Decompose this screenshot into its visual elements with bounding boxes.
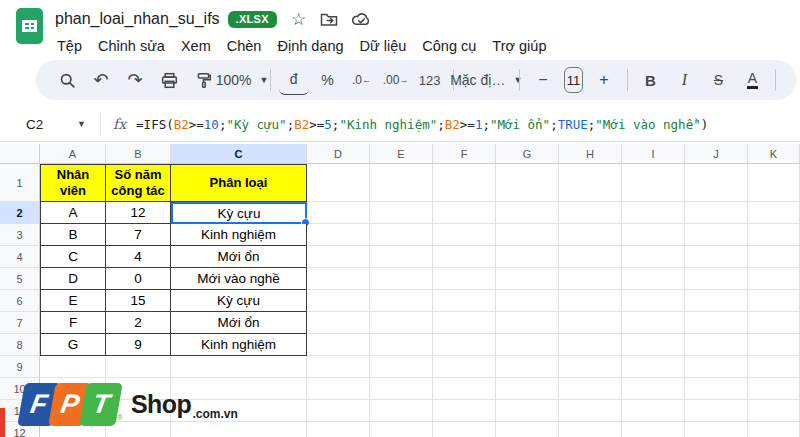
cell-I3[interactable]: [622, 224, 685, 246]
increase-font-size-button[interactable]: +: [589, 65, 619, 95]
cell-C3[interactable]: Kinh nghiệm: [171, 224, 307, 246]
cell-A8[interactable]: G: [40, 334, 106, 356]
zoom-select[interactable]: 100% ▼: [222, 65, 262, 95]
cell-K2[interactable]: [748, 202, 800, 224]
cell-G1[interactable]: [496, 164, 559, 202]
row-header-7[interactable]: 7: [0, 312, 40, 334]
menu-item-4[interactable]: Chèn: [219, 36, 270, 56]
cell-G6[interactable]: [496, 290, 559, 312]
move-folder-icon[interactable]: [320, 11, 338, 27]
cell-G10[interactable]: [496, 378, 559, 400]
search-icon[interactable]: [52, 65, 82, 95]
cell-B5[interactable]: 0: [106, 268, 171, 290]
cell-J12[interactable]: [685, 422, 748, 437]
cell-E6[interactable]: [370, 290, 433, 312]
paint-format-icon[interactable]: [188, 65, 218, 95]
column-header-G[interactable]: G: [496, 144, 559, 164]
row-header-1[interactable]: 1: [0, 164, 40, 202]
cell-D7[interactable]: [307, 312, 370, 334]
cell-C9[interactable]: [171, 356, 307, 378]
cell-G8[interactable]: [496, 334, 559, 356]
cell-K7[interactable]: [748, 312, 800, 334]
cell-K6[interactable]: [748, 290, 800, 312]
cell-D1[interactable]: [307, 164, 370, 202]
name-box[interactable]: C2 ▼: [14, 117, 92, 132]
cell-K8[interactable]: [748, 334, 800, 356]
cell-H10[interactable]: [559, 378, 622, 400]
cell-E12[interactable]: [370, 422, 433, 437]
row-header-2[interactable]: 2: [0, 202, 40, 224]
cell-D4[interactable]: [307, 246, 370, 268]
menu-item-2[interactable]: Chỉnh sửa: [90, 36, 173, 56]
font-select[interactable]: Mặc đị… ▼: [461, 65, 511, 95]
column-header-J[interactable]: J: [685, 144, 748, 164]
menu-item-8[interactable]: Trợ giúp: [484, 36, 554, 56]
cell-H6[interactable]: [559, 290, 622, 312]
row-header-8[interactable]: 8: [0, 334, 40, 356]
cell-C8[interactable]: Kinh nghiệm: [171, 334, 307, 356]
cell-J9[interactable]: [685, 356, 748, 378]
italic-button[interactable]: I: [669, 65, 699, 95]
cell-K1[interactable]: [748, 164, 800, 202]
cell-E1[interactable]: [370, 164, 433, 202]
redo-icon[interactable]: ↷: [120, 65, 150, 95]
text-color-button[interactable]: A: [747, 71, 758, 89]
cell-I12[interactable]: [622, 422, 685, 437]
cell-J3[interactable]: [685, 224, 748, 246]
cell-A9[interactable]: [40, 356, 106, 378]
cell-H9[interactable]: [559, 356, 622, 378]
cell-K10[interactable]: [748, 378, 800, 400]
cell-H2[interactable]: [559, 202, 622, 224]
decrease-decimal-button[interactable]: .0←: [347, 65, 377, 95]
cell-B1[interactable]: Số năm công tác: [106, 164, 171, 202]
cell-E10[interactable]: [370, 378, 433, 400]
cell-I7[interactable]: [622, 312, 685, 334]
cell-A7[interactable]: F: [40, 312, 106, 334]
cell-G7[interactable]: [496, 312, 559, 334]
cell-D12[interactable]: [307, 422, 370, 437]
cell-C2[interactable]: Kỳ cựu: [171, 202, 307, 224]
cell-I4[interactable]: [622, 246, 685, 268]
cell-F7[interactable]: [433, 312, 496, 334]
column-header-C[interactable]: C: [171, 144, 307, 164]
column-header-B[interactable]: B: [106, 144, 171, 164]
cell-D9[interactable]: [307, 356, 370, 378]
cell-F11[interactable]: [433, 400, 496, 422]
cell-I11[interactable]: [622, 400, 685, 422]
column-header-F[interactable]: F: [433, 144, 496, 164]
cell-F10[interactable]: [433, 378, 496, 400]
font-size-input[interactable]: 11: [564, 67, 583, 93]
cell-E11[interactable]: [370, 400, 433, 422]
cell-H11[interactable]: [559, 400, 622, 422]
cell-K11[interactable]: [748, 400, 800, 422]
cell-J1[interactable]: [685, 164, 748, 202]
cell-H7[interactable]: [559, 312, 622, 334]
cell-F4[interactable]: [433, 246, 496, 268]
cell-K9[interactable]: [748, 356, 800, 378]
document-title[interactable]: phan_loai_nhan_su_ifs: [55, 10, 220, 28]
increase-decimal-button[interactable]: .00→: [381, 65, 411, 95]
cell-K12[interactable]: [748, 422, 800, 437]
cell-F1[interactable]: [433, 164, 496, 202]
cell-I6[interactable]: [622, 290, 685, 312]
cell-E5[interactable]: [370, 268, 433, 290]
more-formats-button[interactable]: 123: [415, 65, 445, 95]
cell-G2[interactable]: [496, 202, 559, 224]
cell-F9[interactable]: [433, 356, 496, 378]
cell-C7[interactable]: Mới ổn: [171, 312, 307, 334]
cell-B4[interactable]: 4: [106, 246, 171, 268]
cell-H12[interactable]: [559, 422, 622, 437]
cell-B3[interactable]: 7: [106, 224, 171, 246]
cell-F12[interactable]: [433, 422, 496, 437]
cell-D2[interactable]: [307, 202, 370, 224]
cell-E3[interactable]: [370, 224, 433, 246]
cell-C6[interactable]: Kỳ cựu: [171, 290, 307, 312]
cell-F5[interactable]: [433, 268, 496, 290]
sheets-logo-icon[interactable]: [16, 8, 43, 44]
column-header-K[interactable]: K: [748, 144, 800, 164]
cell-K5[interactable]: [748, 268, 800, 290]
cell-H3[interactable]: [559, 224, 622, 246]
star-icon[interactable]: ☆: [291, 11, 306, 28]
cell-H5[interactable]: [559, 268, 622, 290]
cell-A5[interactable]: D: [40, 268, 106, 290]
